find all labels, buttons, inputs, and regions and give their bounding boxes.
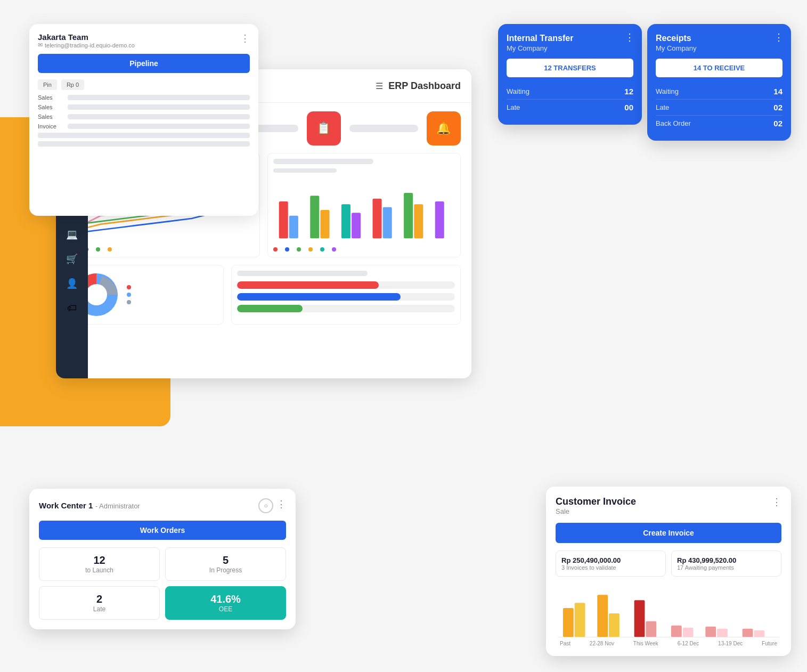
invoice-header: Customer Invoice Sale ⋮ (556, 496, 781, 515)
wc-more-icon[interactable]: ⋮ (276, 498, 286, 513)
receipts-card: ⋮ Receipts My Company 14 TO RECEIVE Wait… (647, 24, 791, 141)
svg-rect-1 (289, 216, 298, 239)
pipeline-tabs: Pin Rp 0 (38, 79, 250, 90)
receipts-subtitle: My Company (656, 44, 782, 52)
wc-admin: Administrator (99, 502, 140, 510)
receipts-stat-waiting: Waiting 14 (656, 84, 782, 100)
internal-transfer-card: ⋮ Internal Transfer My Company 12 TRANSF… (498, 24, 642, 125)
chart-label-nov: 22-28 Nov (590, 641, 614, 646)
pie-legend (127, 285, 131, 304)
svg-rect-18 (646, 621, 656, 637)
chart-label-dec13: 13-19 Dec (718, 641, 743, 646)
transfer-menu-icon[interactable]: ⋮ (625, 31, 634, 43)
list-item (38, 133, 250, 138)
svg-rect-20 (683, 628, 694, 637)
invoice-chart-svg (558, 584, 779, 637)
chart-label-future: Future (762, 641, 777, 646)
receipts-button[interactable]: 14 TO RECEIVE (656, 59, 782, 77)
svg-rect-9 (414, 204, 423, 238)
svg-rect-22 (717, 629, 728, 637)
wc-title: Work Center 1 (39, 501, 93, 510)
chart-x-labels: Past 22-28 Nov This Week 6-12 Dec 13-19 … (558, 639, 779, 646)
svg-rect-19 (671, 626, 682, 637)
sidebar-item-cart[interactable]: 🛒 (61, 248, 83, 270)
create-invoice-button[interactable]: Create Invoice (556, 523, 781, 543)
svg-rect-8 (404, 193, 413, 238)
pipeline-rows: Sales Sales Sales Invoice (38, 94, 250, 147)
pipeline-email: ✉ telering@trading-id.equio-demo.co (38, 42, 135, 48)
chart-label-thisweek: This Week (633, 641, 658, 646)
pipeline-card: Jakarta Team ✉ telering@trading-id.equio… (29, 24, 258, 216)
customer-invoice-card: Customer Invoice Sale ⋮ Create Invoice R… (546, 487, 791, 656)
invoice-title: Customer Invoice (556, 496, 636, 507)
wc-header: Work Center 1 - Administrator ○ ⋮ (39, 498, 286, 513)
hamburger-icon[interactable]: ☰ (376, 81, 383, 91)
invoice-subtitle: Sale (556, 507, 636, 515)
invoice-amount-validate: Rp 250,490,000.00 3 Invoices to validate (556, 550, 666, 577)
horizontal-bars-container (231, 265, 461, 325)
erp-title: ERP Dashboard (388, 80, 461, 92)
pipeline-tab-pin[interactable]: Pin (38, 79, 57, 90)
chart-label-dec6: 6-12 Dec (678, 641, 699, 646)
sidebar-item-monitor[interactable]: 💻 (61, 224, 83, 245)
invoice-chart: Past 22-28 Nov This Week 6-12 Dec 13-19 … (556, 584, 781, 646)
transfer-stat-late: Late 00 (507, 100, 633, 115)
list-item: Sales (38, 104, 250, 110)
svg-rect-16 (609, 613, 619, 637)
svg-rect-21 (705, 627, 716, 637)
pipeline-menu-icon[interactable]: ⋮ (240, 33, 250, 44)
wc-stat-oee: 41.6% OEE (165, 586, 286, 620)
sidebar-item-tag[interactable]: 🏷 (61, 297, 83, 319)
widget-bell-icon[interactable]: 🔔 (427, 111, 461, 145)
transfer-stat-waiting: Waiting 12 (507, 84, 633, 100)
nav-user-icon: 👤 (66, 278, 78, 289)
wc-stats-grid: 12 to Launch 5 In Progress 2 Late 41.6% … (39, 547, 286, 620)
svg-rect-4 (341, 204, 350, 238)
list-item: Sales (38, 94, 250, 101)
wc-stat-launch: 12 to Launch (39, 547, 160, 581)
svg-rect-14 (575, 603, 585, 637)
widget-doc-icon[interactable]: 📋 (307, 111, 341, 145)
svg-rect-3 (320, 210, 329, 238)
receipts-stat-late: Late 02 (656, 100, 782, 116)
invoice-amount-awaiting: Rp 430,999,520.00 17 Awaiting payments (671, 550, 781, 577)
invoice-amounts: Rp 250,490,000.00 3 Invoices to validate… (556, 550, 781, 577)
pipeline-team: Jakarta Team (38, 33, 135, 42)
transfer-title: Internal Transfer (507, 34, 633, 43)
work-orders-button[interactable]: Work Orders (39, 521, 286, 540)
wc-stat-late: 2 Late (39, 586, 160, 620)
wc-menu-icons: ○ ⋮ (258, 498, 286, 513)
wc-circle-button[interactable]: ○ (258, 498, 273, 513)
list-item (38, 141, 250, 147)
receipts-stat-backorder: Back Order 02 (656, 116, 782, 131)
nav-tag-icon: 🏷 (67, 303, 77, 314)
svg-rect-6 (372, 199, 381, 239)
svg-rect-2 (310, 196, 319, 238)
transfer-subtitle: My Company (507, 44, 633, 52)
list-item: Invoice (38, 123, 250, 129)
receipts-menu-icon[interactable]: ⋮ (774, 31, 784, 43)
receipts-title: Receipts (656, 34, 782, 43)
nav-monitor-icon: 💻 (66, 229, 78, 240)
chart-label-past: Past (560, 641, 570, 646)
wc-stat-inprogress: 5 In Progress (165, 547, 286, 581)
list-item: Sales (38, 114, 250, 120)
bar-chart-container (267, 153, 461, 257)
pipeline-tab-rp[interactable]: Rp 0 (61, 79, 84, 90)
work-center-card: Work Center 1 - Administrator ○ ⋮ Work O… (29, 489, 296, 629)
bar-chart-legend (273, 247, 455, 252)
nav-cart-icon: 🛒 (66, 253, 78, 265)
svg-rect-23 (743, 629, 753, 637)
sidebar-item-user[interactable]: 👤 (61, 273, 83, 294)
svg-rect-13 (563, 608, 574, 637)
bar-chart-svg (273, 178, 455, 242)
line-chart-legend (72, 247, 254, 252)
invoice-menu-icon[interactable]: ⋮ (772, 496, 781, 508)
pie-chart-container (67, 265, 224, 325)
svg-point-12 (86, 284, 107, 305)
horizontal-bars (237, 281, 455, 312)
transfer-button[interactable]: 12 TRANSFERS (507, 59, 633, 77)
svg-rect-0 (279, 201, 288, 238)
svg-rect-15 (597, 595, 608, 637)
pipeline-button[interactable]: Pipeline (38, 54, 250, 73)
